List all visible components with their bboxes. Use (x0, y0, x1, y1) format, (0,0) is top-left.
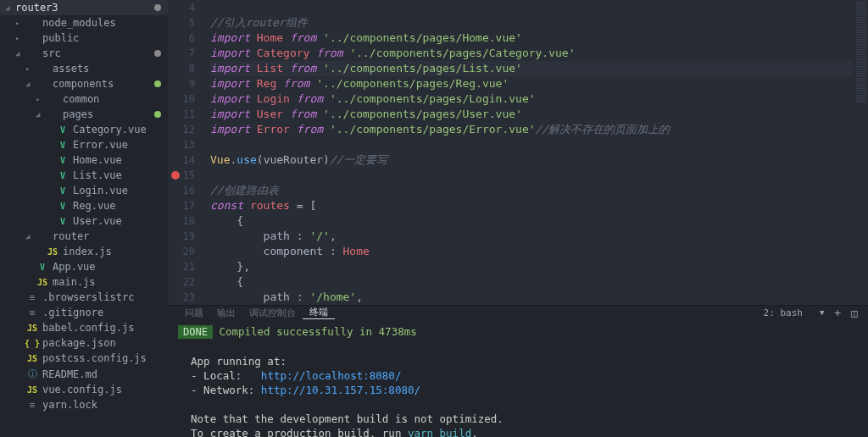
tree-item-main-js[interactable]: JSmain.js (0, 274, 168, 290)
split-terminal-icon[interactable]: ◫ (851, 307, 858, 319)
tree-item-category-vue[interactable]: VCategory.vue (0, 122, 168, 137)
line-number[interactable]: 7 (168, 46, 195, 61)
line-number[interactable]: 15 (168, 168, 195, 183)
tree-item-vue-config-js[interactable]: JSvue.config.js (0, 382, 168, 397)
code-line[interactable] (210, 0, 853, 15)
tree-item-readme-md[interactable]: ⓘREADME.md (0, 366, 168, 382)
chevron-down-icon[interactable]: ◢ (25, 232, 36, 241)
dropdown-icon[interactable]: ▼ (820, 308, 824, 317)
line-number[interactable]: 18 (168, 213, 195, 229)
line-number[interactable]: 17 (168, 198, 195, 213)
vue-icon: V (56, 141, 70, 150)
code-line[interactable]: import Home from '../components/pages/Ho… (210, 30, 853, 46)
tree-item-node_modules[interactable]: ▸node_modules (0, 15, 168, 30)
breakpoint-icon[interactable] (171, 171, 180, 180)
line-number[interactable]: 19 (168, 229, 195, 244)
tab-terminal[interactable]: 终端 (303, 306, 335, 319)
code-line[interactable]: component : Home (210, 244, 853, 259)
tab-debug-console[interactable]: 调试控制台 (242, 307, 303, 319)
code-line[interactable]: const routes = [ (210, 198, 853, 213)
line-number[interactable]: 20 (168, 244, 195, 259)
line-number[interactable]: 22 (168, 274, 195, 290)
tab-output[interactable]: 输出 (210, 307, 242, 319)
line-number[interactable]: 4 (168, 0, 195, 15)
code-line[interactable]: import Category from '../components/page… (210, 46, 853, 61)
local-url[interactable]: http://localhost:8080/ (261, 369, 402, 382)
code-line[interactable] (210, 137, 853, 152)
tree-item-public[interactable]: ▸public (0, 30, 168, 46)
tree-item-app-vue[interactable]: VApp.vue (0, 259, 168, 274)
chevron-right-icon[interactable]: ▸ (15, 34, 25, 42)
tree-item-login-vue[interactable]: VLogin.vue (0, 183, 168, 198)
chevron-right-icon[interactable]: ▸ (25, 64, 36, 73)
code-line[interactable]: path : '/home', (210, 290, 853, 305)
line-number[interactable]: 12 (168, 122, 195, 137)
line-number[interactable]: 10 (168, 91, 195, 107)
terminal-output[interactable]: DONE Compiled successfully in 4738ms App… (168, 319, 868, 437)
chevron-down-icon[interactable]: ◢ (15, 49, 25, 58)
line-number[interactable]: 11 (168, 107, 195, 122)
code-line[interactable]: Vue.use(vueRouter)//一定要写 (210, 152, 853, 168)
line-number-gutter[interactable]: 456789101112131415161718192021222324 (168, 0, 210, 305)
file-label: README.md (42, 368, 97, 380)
minimap[interactable] (853, 0, 868, 305)
chevron-right-icon[interactable]: ▸ (15, 19, 25, 27)
md-icon: ⓘ (25, 368, 39, 380)
code-line[interactable] (210, 168, 853, 183)
tree-item-error-vue[interactable]: VError.vue (0, 137, 168, 152)
tree-item-index-js[interactable]: JSindex.js (0, 244, 168, 259)
line-number[interactable]: 21 (168, 259, 195, 274)
tree-item-postcss-config-js[interactable]: JSpostcss.config.js (0, 351, 168, 366)
tree-item-router[interactable]: ◢router (0, 229, 168, 244)
tree-item-reg-vue[interactable]: VReg.vue (0, 198, 168, 213)
tree-item--browserslistrc[interactable]: ≡.browserslistrc (0, 290, 168, 305)
token: import (210, 47, 257, 59)
file-label: List.vue (73, 169, 122, 181)
token: import (210, 31, 257, 44)
chevron-down-icon[interactable]: ◢ (25, 80, 36, 88)
tree-item-yarn-lock[interactable]: ≡yarn.lock (0, 397, 168, 412)
tree-item-common[interactable]: ▸common (0, 91, 168, 107)
network-url[interactable]: http://10.31.157.15:8080/ (261, 384, 420, 396)
tree-item-package-json[interactable]: { }package.json (0, 335, 168, 351)
code-editor[interactable]: 456789101112131415161718192021222324 //引… (168, 0, 868, 305)
tree-item-pages[interactable]: ◢pages (0, 107, 168, 122)
line-number[interactable]: 8 (168, 61, 195, 76)
tree-item-components[interactable]: ◢components (0, 76, 168, 91)
tree-item-home-vue[interactable]: VHome.vue (0, 152, 168, 168)
vue-icon: V (56, 217, 70, 226)
config-icon: ≡ (25, 292, 39, 303)
code-line[interactable]: path : '/', (210, 229, 853, 244)
code-line[interactable]: //创建路由表 (210, 183, 853, 198)
tree-item-babel-config-js[interactable]: JSbabel.config.js (0, 320, 168, 335)
file-explorer[interactable]: ◢ router3 ▸node_modules▸public◢src▸asset… (0, 0, 168, 437)
code-line[interactable]: { (210, 213, 853, 229)
line-number[interactable]: 6 (168, 30, 195, 46)
line-number[interactable]: 9 (168, 76, 195, 91)
code-line[interactable]: import List from '../components/pages/Li… (210, 61, 853, 76)
code-content[interactable]: //引入router组件import Home from '../compone… (210, 0, 853, 305)
line-number[interactable]: 5 (168, 15, 195, 30)
code-line[interactable]: import User from '../components/pages/Us… (210, 107, 853, 122)
project-root[interactable]: ◢ router3 (0, 0, 168, 15)
code-line[interactable]: import Reg from '../components/pages/Reg… (210, 76, 853, 91)
line-number[interactable]: 13 (168, 137, 195, 152)
tree-item-src[interactable]: ◢src (0, 46, 168, 61)
tree-item-assets[interactable]: ▸assets (0, 61, 168, 76)
code-line[interactable]: { (210, 274, 853, 290)
code-line[interactable]: import Error from '../components/pages/E… (210, 122, 853, 137)
tab-problems[interactable]: 问题 (178, 307, 210, 319)
line-number[interactable]: 14 (168, 152, 195, 168)
token: '/' (309, 230, 329, 242)
code-line[interactable]: import Login from '../components/pages/L… (210, 91, 853, 107)
code-line[interactable]: //引入router组件 (210, 15, 853, 30)
code-line[interactable]: }, (210, 259, 853, 274)
line-number[interactable]: 16 (168, 183, 195, 198)
line-number[interactable]: 23 (168, 290, 195, 305)
new-terminal-icon[interactable]: + (834, 307, 841, 319)
chevron-down-icon[interactable]: ◢ (36, 110, 46, 119)
tree-item-list-vue[interactable]: VList.vue (0, 168, 168, 183)
tree-item-user-vue[interactable]: VUser.vue (0, 213, 168, 229)
chevron-right-icon[interactable]: ▸ (36, 95, 46, 103)
tree-item--gitignore[interactable]: ≡.gitignore (0, 305, 168, 320)
